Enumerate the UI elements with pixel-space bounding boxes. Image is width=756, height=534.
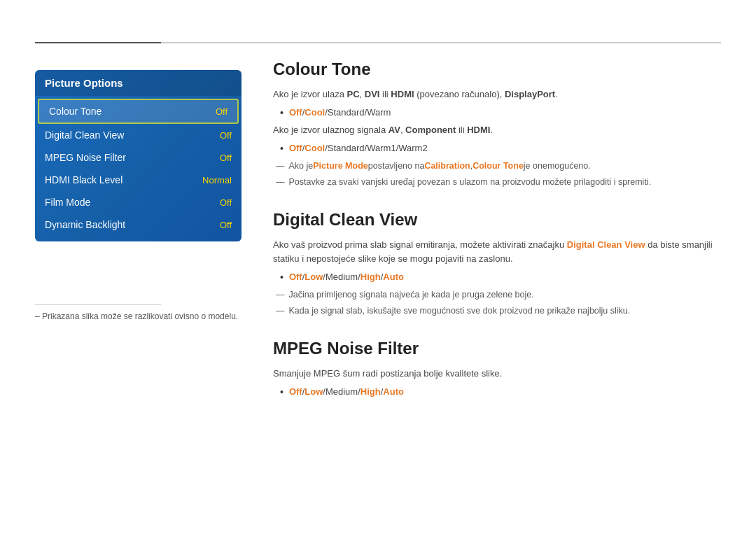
section-bullet: Off / Low / Medium / High / Auto (273, 270, 721, 285)
content-area: Colour ToneAko je izvor ulaza PC, DVI il… (273, 59, 721, 421)
sidebar-item-label: Digital Clean View (45, 129, 124, 141)
section-text: Smanjuje MPEG šum radi postizanja bolje … (273, 367, 721, 381)
sidebar-item-label: Dynamic Backlight (45, 219, 125, 230)
section-text: Ako je izvor ulaznog signala AV, Compone… (273, 123, 721, 138)
section-body-mpeg-noise-filter: Smanjuje MPEG šum radi postizanja bolje … (273, 367, 721, 400)
sidebar-item-colour-tone[interactable]: Colour Tone Off (38, 99, 239, 124)
section-note: Kada je signal slab, iskušajte sve moguć… (273, 304, 721, 318)
sidebar-item-film-mode[interactable]: Film Mode Off (35, 191, 241, 213)
sidebar-item-label: Colour Tone (49, 106, 102, 117)
section-digital-clean-view: Digital Clean ViewAko vaš proizvod prima… (273, 210, 721, 318)
section-text: Ako vaš proizvod prima slab signal emiti… (273, 238, 721, 267)
sidebar-item-value: Off (220, 197, 232, 208)
section-mpeg-noise-filter: MPEG Noise FilterSmanjuje MPEG šum radi … (273, 339, 721, 400)
sidebar-bottom-divider (35, 304, 161, 305)
sidebar-item-value: Off (220, 220, 232, 230)
sidebar-item-label: MPEG Noise Filter (45, 152, 126, 163)
sidebar-panel: Picture Options Colour Tone OffDigital C… (35, 70, 241, 241)
sidebar-item-value: Off (216, 106, 227, 117)
top-divider (35, 42, 721, 43)
sidebar-item-value: Normal (202, 175, 232, 185)
sidebar-item-mpeg-noise-filter[interactable]: MPEG Noise Filter Off (35, 146, 241, 169)
sidebar-title: Picture Options (35, 70, 241, 96)
section-title-colour-tone: Colour Tone (273, 59, 721, 79)
sidebar-item-value: Off (220, 153, 232, 163)
section-colour-tone: Colour ToneAko je izvor ulaza PC, DVI il… (273, 59, 721, 189)
section-title-mpeg-noise-filter: MPEG Noise Filter (273, 339, 721, 358)
section-bullet: Off / Low / Medium / High / Auto (273, 385, 721, 400)
sidebar-item-label: Film Mode (45, 197, 90, 208)
section-bullet: Off / Cool / Standard / Warm (273, 106, 721, 120)
section-note: Ako je Picture Mode postavljeno na Calib… (273, 159, 721, 173)
section-body-digital-clean-view: Ako vaš proizvod prima slab signal emiti… (273, 238, 721, 318)
sidebar-item-dynamic-backlight[interactable]: Dynamic Backlight Off (35, 213, 241, 236)
sidebar-item-digital-clean-view[interactable]: Digital Clean View Off (35, 124, 241, 146)
sidebar-item-value: Off (220, 130, 232, 141)
sidebar-item-hdmi-black-level[interactable]: HDMI Black Level Normal (35, 169, 241, 191)
section-title-digital-clean-view: Digital Clean View (273, 210, 721, 230)
section-text: Ako je izvor ulaza PC, DVI ili HDMI (pov… (273, 87, 721, 102)
section-note: Jačina primljenog signala najveća je kad… (273, 288, 721, 302)
section-note: Postavke za svaki vanjski uređaj povezan… (273, 175, 721, 189)
sidebar-note: – Prikazana slika može se razlikovati ov… (35, 311, 238, 321)
section-bullet: Off / Cool / Standard / Warm1 / Warm2 (273, 141, 721, 156)
section-body-colour-tone: Ako je izvor ulaza PC, DVI ili HDMI (pov… (273, 87, 721, 189)
sidebar-item-label: HDMI Black Level (45, 174, 122, 185)
